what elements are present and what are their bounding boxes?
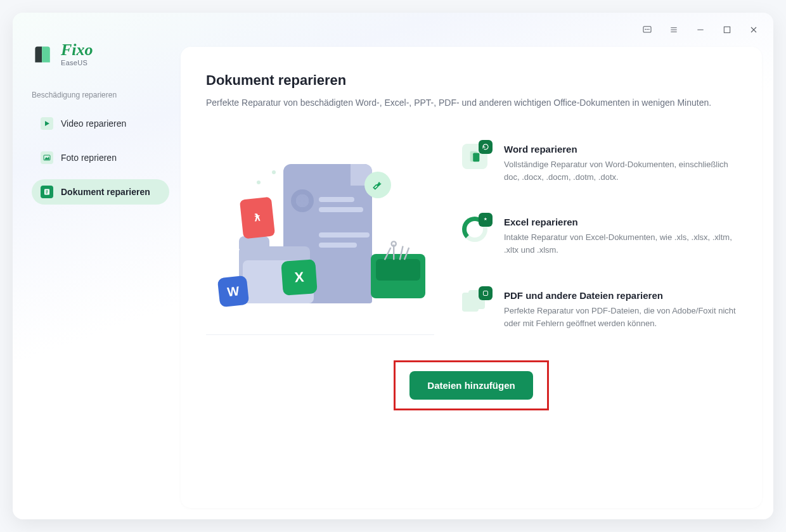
sidebar-item-document[interactable]: Dokument reparieren: [32, 179, 169, 205]
pdf-icon: λ: [240, 197, 275, 239]
sidebar-nav: Video reparieren Foto reprieren Dokument…: [32, 111, 169, 205]
play-icon: [41, 117, 53, 130]
svg-point-3: [648, 29, 649, 30]
svg-point-18: [392, 241, 396, 246]
svg-point-1: [645, 29, 646, 30]
svg-point-2: [647, 29, 648, 30]
page-subtitle: Perfekte Reparatur von beschädigten Word…: [206, 96, 726, 110]
brand-logo-icon: [32, 43, 55, 66]
feature-pdf: PDF und andere Dateien reparieren Perfek…: [462, 290, 737, 330]
illustration: λ X W: [206, 145, 434, 335]
menu-icon[interactable]: [668, 24, 680, 35]
feature-title: Excel reparieren: [504, 217, 737, 227]
feature-word-icon: [462, 144, 490, 172]
svg-rect-8: [724, 27, 730, 32]
feature-excel-icon: [462, 217, 490, 244]
page-title: Dokument reparieren: [206, 72, 737, 89]
app-window: Fixo EaseUS Beschädigung reparieren Vide…: [13, 13, 773, 519]
svg-rect-21: [484, 291, 488, 295]
shield-icon: [479, 286, 493, 300]
close-icon[interactable]: [748, 24, 759, 35]
tools-icon: [381, 240, 413, 265]
feature-desc: Perfekte Reparatur von PDF-Dateien, die …: [504, 305, 737, 330]
word-icon: W: [217, 276, 250, 308]
minimize-icon[interactable]: [695, 24, 706, 35]
maximize-icon[interactable]: [721, 24, 733, 35]
add-files-button[interactable]: Dateien hinzufügen: [409, 371, 532, 400]
feature-excel: Excel reparieren Intakte Reparatur von E…: [462, 217, 737, 256]
sidebar-item-label: Foto reprieren: [61, 153, 117, 163]
brand-name: Fixo: [61, 42, 93, 58]
window-controls: [641, 24, 759, 35]
pdf-badge-icon: [479, 213, 493, 227]
refresh-icon: [479, 140, 493, 154]
cta-wrap: Dateien hinzufügen: [206, 360, 737, 410]
svg-marker-13: [44, 156, 49, 160]
excel-icon: X: [281, 259, 318, 296]
main-panel: Dokument reparieren Perfekte Reparatur v…: [181, 47, 762, 508]
svg-rect-20: [473, 153, 479, 162]
feature-word: Word reparieren Vollständige Reparatur v…: [462, 144, 737, 184]
svg-marker-11: [45, 121, 49, 126]
sidebar-item-photo[interactable]: Foto reprieren: [32, 145, 169, 170]
feature-title: Word reparieren: [504, 144, 737, 155]
document-icon: [41, 186, 53, 198]
sidebar-item-label: Video reparieren: [61, 118, 126, 129]
feedback-icon[interactable]: [641, 24, 653, 35]
sidebar-item-label: Dokument reparieren: [61, 187, 150, 197]
cta-highlight-box: Dateien hinzufügen: [394, 360, 548, 410]
feature-list: Word reparieren Vollständige Reparatur v…: [462, 139, 737, 335]
feature-desc: Intakte Reparatur von Excel-Dokumenten, …: [504, 231, 737, 256]
brand: Fixo EaseUS: [32, 42, 169, 66]
feature-desc: Vollständige Reparatur von Word-Dokument…: [504, 158, 737, 184]
sidebar-item-video[interactable]: Video reparieren: [32, 111, 169, 136]
brand-sub: EaseUS: [61, 60, 93, 66]
feature-title: PDF und andere Dateien reparieren: [504, 290, 737, 301]
content-row: λ X W: [206, 139, 737, 335]
sidebar: Fixo EaseUS Beschädigung reparieren Vide…: [13, 13, 181, 519]
feature-pdf-icon: [462, 290, 490, 318]
image-icon: [41, 151, 53, 164]
wrench-icon: [364, 172, 391, 198]
sidebar-section-label: Beschädigung reparieren: [32, 91, 169, 99]
